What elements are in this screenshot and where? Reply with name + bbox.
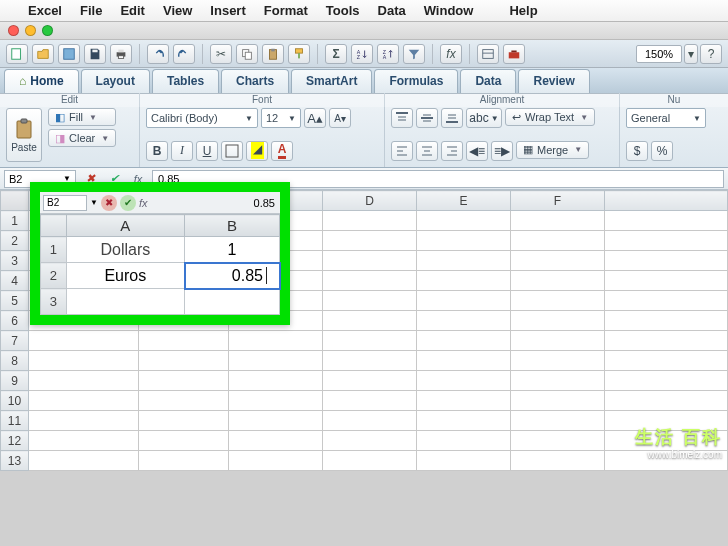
tab-home[interactable]: ⌂Home <box>4 69 79 93</box>
sort-asc-button[interactable]: AZ <box>351 44 373 64</box>
save-button[interactable] <box>84 44 106 64</box>
font-name-select[interactable]: Calibri (Body)▼ <box>146 108 258 128</box>
cell[interactable] <box>229 451 323 471</box>
cell[interactable] <box>323 251 417 271</box>
menu-help[interactable]: Help <box>509 3 537 18</box>
cell[interactable] <box>323 271 417 291</box>
clear-button[interactable]: ◨Clear▼ <box>48 129 116 147</box>
decrease-indent-button[interactable]: ◀≡ <box>466 141 488 161</box>
row-header[interactable]: 5 <box>1 291 29 311</box>
row-header[interactable]: 12 <box>1 431 29 451</box>
fx-button[interactable]: fx <box>440 44 462 64</box>
italic-button[interactable]: I <box>171 141 193 161</box>
cell[interactable] <box>417 411 511 431</box>
row-header[interactable]: 9 <box>1 371 29 391</box>
cell[interactable] <box>511 311 605 331</box>
redo-button[interactable] <box>173 44 195 64</box>
menu-insert[interactable]: Insert <box>210 3 245 18</box>
cell[interactable] <box>511 331 605 351</box>
print-button[interactable] <box>110 44 132 64</box>
cell[interactable] <box>323 391 417 411</box>
col-header-e[interactable]: E <box>417 191 511 211</box>
tab-charts[interactable]: Charts <box>221 69 289 93</box>
paste-big-button[interactable]: Paste <box>6 108 42 162</box>
cell[interactable] <box>605 251 728 271</box>
cell[interactable] <box>29 331 139 351</box>
cell[interactable] <box>605 371 728 391</box>
cell[interactable] <box>417 291 511 311</box>
font-color-button[interactable]: A <box>271 141 293 161</box>
close-window-button[interactable] <box>8 25 19 36</box>
number-format-select[interactable]: General▼ <box>626 108 706 128</box>
undo-button[interactable] <box>147 44 169 64</box>
align-middle-button[interactable] <box>416 108 438 128</box>
percent-format-button[interactable]: % <box>651 141 673 161</box>
cell[interactable] <box>323 231 417 251</box>
cell[interactable] <box>229 351 323 371</box>
cell[interactable] <box>511 291 605 311</box>
cell[interactable] <box>139 331 229 351</box>
shrink-font-button[interactable]: A▾ <box>329 108 351 128</box>
cell[interactable] <box>511 351 605 371</box>
tab-layout[interactable]: Layout <box>81 69 150 93</box>
cell[interactable] <box>417 271 511 291</box>
toolbox-button[interactable] <box>503 44 525 64</box>
cell[interactable] <box>417 391 511 411</box>
cell[interactable] <box>511 391 605 411</box>
cell[interactable] <box>417 331 511 351</box>
row-header[interactable]: 13 <box>1 451 29 471</box>
menu-data[interactable]: Data <box>378 3 406 18</box>
cell[interactable] <box>511 431 605 451</box>
row-header[interactable]: 1 <box>1 211 29 231</box>
cell[interactable] <box>323 351 417 371</box>
zoom-dropdown-button[interactable]: ▾ <box>684 44 698 64</box>
cell[interactable] <box>417 231 511 251</box>
row-header[interactable]: 11 <box>1 411 29 431</box>
cell[interactable] <box>605 231 728 251</box>
cell[interactable] <box>511 371 605 391</box>
zoom-input[interactable] <box>636 45 682 63</box>
align-top-button[interactable] <box>391 108 413 128</box>
cell[interactable] <box>139 411 229 431</box>
align-bottom-button[interactable] <box>441 108 463 128</box>
cell[interactable] <box>511 411 605 431</box>
row-header[interactable]: 3 <box>1 251 29 271</box>
row-header[interactable]: 4 <box>1 271 29 291</box>
cell[interactable] <box>323 371 417 391</box>
underline-button[interactable]: U <box>196 141 218 161</box>
cell[interactable] <box>29 391 139 411</box>
cell[interactable] <box>29 411 139 431</box>
fill-button[interactable]: ◧Fill▼ <box>48 108 116 126</box>
cell[interactable] <box>323 451 417 471</box>
cell[interactable] <box>417 251 511 271</box>
cell[interactable] <box>417 311 511 331</box>
cell[interactable] <box>323 311 417 331</box>
cell[interactable] <box>417 451 511 471</box>
bold-button[interactable]: B <box>146 141 168 161</box>
cell[interactable] <box>417 211 511 231</box>
tab-review[interactable]: Review <box>518 69 589 93</box>
cell[interactable] <box>417 431 511 451</box>
cell[interactable] <box>511 211 605 231</box>
cell[interactable] <box>229 331 323 351</box>
menu-view[interactable]: View <box>163 3 192 18</box>
cell[interactable] <box>29 451 139 471</box>
help-button[interactable]: ? <box>700 44 722 64</box>
tab-smartart[interactable]: SmartArt <box>291 69 372 93</box>
template-button[interactable] <box>58 44 80 64</box>
cell[interactable] <box>323 291 417 311</box>
open-button[interactable] <box>32 44 54 64</box>
menu-window[interactable]: Window <box>424 3 474 18</box>
cell[interactable] <box>417 371 511 391</box>
cell[interactable] <box>605 331 728 351</box>
cell[interactable] <box>229 391 323 411</box>
cell[interactable] <box>323 431 417 451</box>
font-size-select[interactable]: 12▼ <box>261 108 301 128</box>
cell[interactable] <box>605 271 728 291</box>
cell[interactable] <box>229 431 323 451</box>
tab-data[interactable]: Data <box>460 69 516 93</box>
menu-tools[interactable]: Tools <box>326 3 360 18</box>
col-header-d[interactable]: D <box>323 191 417 211</box>
cell[interactable] <box>323 211 417 231</box>
cell[interactable] <box>139 391 229 411</box>
